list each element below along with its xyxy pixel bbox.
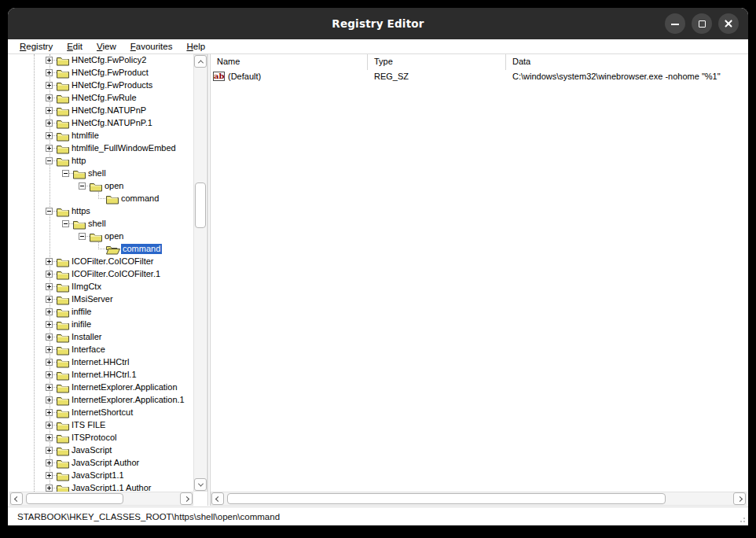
expand-plus-icon[interactable] xyxy=(46,485,53,492)
tree-item[interactable]: HNetCfg.NATUPnP xyxy=(9,105,193,117)
expand-plus-icon[interactable] xyxy=(46,94,53,101)
column-header-name[interactable]: Name xyxy=(211,54,368,70)
tree-hscroll-thumb[interactable] xyxy=(26,493,123,504)
expand-plus-icon[interactable] xyxy=(46,472,53,479)
expand-plus-icon[interactable] xyxy=(46,346,53,353)
tree-item-label: Internet.HHCtrl xyxy=(70,357,130,367)
expand-plus-icon[interactable] xyxy=(46,145,53,152)
tree-item[interactable]: ITSProtocol xyxy=(9,432,193,444)
tree-item[interactable]: Installer xyxy=(9,331,193,344)
tree-item[interactable]: HNetCfg.FwProducts xyxy=(9,79,193,92)
tree-item[interactable]: shell xyxy=(9,168,193,180)
collapse-minus-icon[interactable] xyxy=(46,208,53,215)
tree-item-label: ITS FILE xyxy=(70,420,107,430)
tree-item[interactable]: Internet.HHCtrl xyxy=(9,356,193,369)
tree-item[interactable]: htmlfile xyxy=(9,130,193,142)
expand-plus-icon[interactable] xyxy=(46,120,53,127)
close-button[interactable] xyxy=(718,13,739,34)
column-header-type[interactable]: Type xyxy=(368,54,506,70)
tree-item[interactable]: open xyxy=(9,230,193,243)
scroll-right-button[interactable] xyxy=(180,492,193,505)
expand-plus-icon[interactable] xyxy=(46,434,53,441)
tree-item[interactable]: HNetCfg.NATUPnP.1 xyxy=(9,117,193,130)
tree-item[interactable]: inifile xyxy=(9,319,193,331)
collapse-minus-icon[interactable] xyxy=(79,182,86,190)
tree-item[interactable]: htmlfile_FullWindowEmbed xyxy=(9,142,193,155)
value-row[interactable]: ab(Default)REG_SZC:\windows\system32\win… xyxy=(211,70,747,83)
minimize-button[interactable] xyxy=(665,13,685,34)
scroll-down-button[interactable] xyxy=(194,478,207,491)
tree-item[interactable]: HNetCfg.FwRule xyxy=(9,92,193,105)
expand-plus-icon[interactable] xyxy=(46,57,53,64)
column-header-data[interactable]: Data xyxy=(506,54,747,70)
menu-favourites[interactable]: Favourites xyxy=(126,41,178,52)
scroll-right-button[interactable] xyxy=(733,492,746,505)
expand-plus-icon[interactable] xyxy=(46,132,53,139)
tree-item[interactable]: ICOFilter.CoICOFilter.1 xyxy=(9,268,193,281)
scroll-up-button[interactable] xyxy=(194,55,207,68)
scroll-left-button[interactable] xyxy=(10,492,23,505)
tree-item[interactable]: shell xyxy=(9,218,193,230)
tree-item[interactable]: JavaScript1.1 Author xyxy=(9,482,193,492)
collapse-minus-icon[interactable] xyxy=(46,157,53,164)
closed-folder-icon xyxy=(57,118,69,129)
tree-item[interactable]: Interface xyxy=(9,344,193,356)
collapse-minus-icon[interactable] xyxy=(62,220,69,227)
tree-item[interactable]: HNetCfg.FwPolicy2 xyxy=(9,54,193,67)
tree-item[interactable]: HNetCfg.FwProduct xyxy=(9,67,193,79)
expand-plus-icon[interactable] xyxy=(46,321,53,328)
collapse-minus-icon[interactable] xyxy=(79,233,86,240)
tree-vscroll-thumb[interactable] xyxy=(195,182,206,228)
tree-item[interactable]: ICOFilter.CoICOFilter xyxy=(9,256,193,268)
resize-grip-icon[interactable] xyxy=(739,516,745,522)
tree-item[interactable]: JavaScript1.1 xyxy=(9,470,193,482)
tree-item[interactable]: InternetExplorer.Application.1 xyxy=(9,394,193,407)
tree-item[interactable]: InternetShortcut xyxy=(9,407,193,419)
expand-plus-icon[interactable] xyxy=(46,459,53,466)
expand-plus-icon[interactable] xyxy=(46,296,53,303)
menu-edit[interactable]: Edit xyxy=(62,41,87,52)
menu-view[interactable]: View xyxy=(92,41,121,52)
expand-plus-icon[interactable] xyxy=(46,384,53,391)
maximize-button[interactable] xyxy=(692,13,712,34)
expand-plus-icon[interactable] xyxy=(46,447,53,454)
expand-plus-icon[interactable] xyxy=(46,396,53,404)
titlebar[interactable]: Registry Editor xyxy=(8,8,748,39)
scroll-left-button[interactable] xyxy=(211,492,224,505)
expand-plus-icon[interactable] xyxy=(46,271,53,278)
menu-help[interactable]: Help xyxy=(182,41,210,52)
tree-item[interactable]: Internet.HHCtrl.1 xyxy=(9,369,193,381)
expand-plus-icon[interactable] xyxy=(46,371,53,378)
tree-item[interactable]: JavaScript Author xyxy=(9,457,193,470)
expand-plus-icon[interactable] xyxy=(46,308,53,315)
tree-item[interactable]: inffile xyxy=(9,306,193,319)
expand-plus-icon[interactable] xyxy=(46,69,53,76)
tree-item[interactable]: open xyxy=(9,180,193,193)
tree-horizontal-scrollbar[interactable] xyxy=(9,492,193,506)
tree-item[interactable]: command xyxy=(9,193,193,205)
tree-item[interactable]: IImgCtx xyxy=(9,281,193,293)
expand-plus-icon[interactable] xyxy=(46,283,53,290)
expand-plus-icon[interactable] xyxy=(46,258,53,265)
closed-folder-icon xyxy=(57,156,69,167)
tree-item[interactable]: JavaScript xyxy=(9,444,193,457)
tree-item[interactable]: command xyxy=(9,243,193,256)
collapse-minus-icon[interactable] xyxy=(62,170,69,177)
expand-plus-icon[interactable] xyxy=(46,359,53,366)
expand-plus-icon[interactable] xyxy=(46,82,53,89)
tree-item[interactable]: https xyxy=(9,205,193,218)
expand-plus-icon[interactable] xyxy=(46,409,53,416)
expand-plus-icon[interactable] xyxy=(46,107,53,114)
closed-folder-icon xyxy=(57,80,69,91)
tree-vertical-scrollbar[interactable] xyxy=(193,54,207,492)
list-horizontal-scrollbar[interactable] xyxy=(211,492,747,506)
tree-item[interactable]: http xyxy=(9,155,193,168)
tree-item[interactable]: IMsiServer xyxy=(9,293,193,306)
menu-registry[interactable]: Registry xyxy=(15,41,57,52)
tree-item[interactable]: ITS FILE xyxy=(9,419,193,432)
expand-plus-icon[interactable] xyxy=(46,333,53,341)
statusbar: STARBOOK\HKEY_CLASSES_ROOT\https\shell\o… xyxy=(8,507,748,525)
expand-plus-icon[interactable] xyxy=(46,422,53,429)
tree-item[interactable]: InternetExplorer.Application xyxy=(9,381,193,394)
list-hscroll-thumb[interactable] xyxy=(227,493,666,504)
